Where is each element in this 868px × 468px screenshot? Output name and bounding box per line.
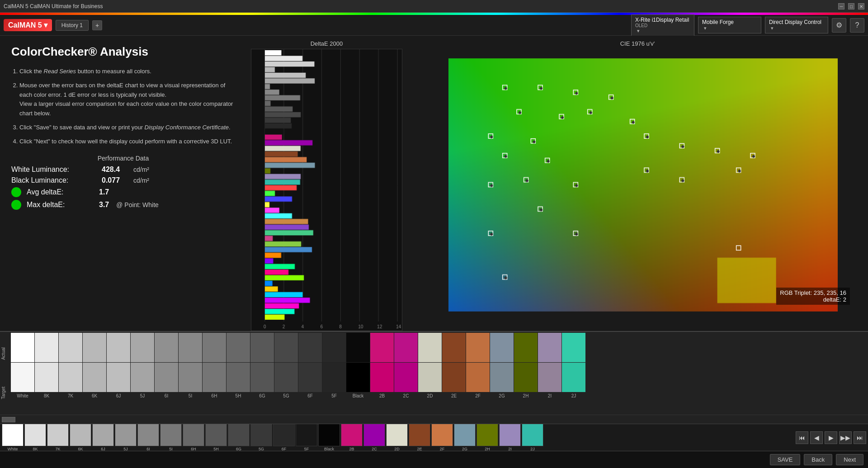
help-button[interactable]: ? [850,18,864,33]
play-start-button[interactable]: ◀ [810,431,823,444]
cie-tooltip: RGB Triplet: 235, 235, 16 deltaE: 2 [776,288,850,305]
swatch-target [250,363,274,392]
close-button[interactable]: ✕ [858,3,864,9]
swatch-name: 5H [236,393,241,398]
film-item[interactable]: 5J [115,424,137,451]
add-tab-button[interactable]: + [92,20,102,30]
xrite-device-dropdown[interactable]: X-Rite i1Display Retail OLED ▾ [631,14,694,36]
film-item[interactable]: 2I [499,424,521,451]
swatch-col: 7K [59,333,82,414]
swatch-target [394,363,418,392]
maximize-button[interactable]: □ [848,3,854,9]
tab-label: History 1 [61,22,83,28]
black-luminance-unit: cd/m² [133,177,149,184]
film-swatch [522,424,543,446]
film-label: White [7,447,18,451]
scroll-area [0,415,868,424]
film-item[interactable]: 5F [296,424,317,451]
film-item[interactable]: 5I [160,424,182,451]
swatch-actual [370,333,394,362]
film-item[interactable]: 2C [363,424,385,451]
swatch-actual [322,333,346,362]
deltae-chart-panel: DeltaE 2000 [246,36,407,331]
swatch-name: 2D [427,393,433,398]
cie-tooltip-rgb: RGB Triplet: 235, 235, 16 [780,289,846,296]
cie-chart-title: CIE 1976 u'v' [411,40,863,47]
film-label: 2I [508,447,512,451]
film-swatch [47,424,69,446]
swatch-name: 6F [307,393,313,398]
film-label: 2E [417,447,422,451]
swatch-col: 2B [370,333,394,414]
film-item[interactable]: 2H [476,424,498,451]
swatch-actual [35,333,58,362]
swatch-col: 2J [562,333,585,414]
play-prev-button[interactable]: ⏮ [796,431,808,444]
target-label: Target [1,387,9,399]
film-item[interactable]: 2F [431,424,453,451]
film-item[interactable]: 2B [341,424,363,451]
film-swatch [363,424,385,446]
swatch-name: 6G [259,393,265,398]
film-item[interactable]: 7K [47,424,69,451]
film-swatch [250,424,272,446]
minimize-button[interactable]: ─ [838,3,844,9]
film-item[interactable]: 2G [454,424,476,451]
swatch-name: 5I [189,393,192,398]
film-item[interactable]: 6K [70,424,91,451]
avg-delta-indicator [11,187,21,197]
film-item[interactable]: 6J [92,424,114,451]
swatch-name: 2B [379,393,385,398]
play-end-button[interactable]: ▶▶ [839,431,852,444]
mobile-forge-dropdown[interactable]: Mobile Forge ▾ [698,17,761,33]
swatch-col: 2G [490,333,514,414]
film-swatch [454,424,476,446]
film-item[interactable]: 5H [205,424,227,451]
main-content: ColorChecker® Analysis Click the Read Se… [0,36,868,468]
swatch-col: White [11,333,34,414]
swatch-name: 2F [475,393,481,398]
film-item[interactable]: 6F [273,424,295,451]
film-item[interactable]: White [2,424,24,451]
film-item[interactable]: 2E [409,424,430,451]
film-label: 6G [236,447,241,451]
swatches-area: Actual Target White8K7K6K6J5J6I5I6H5H6G5… [0,331,868,415]
calman-logo-button[interactable]: CalMAN 5 ▾ [4,19,52,31]
swatch-col: 5F [322,333,346,414]
next-button[interactable]: Next [836,454,863,465]
white-luminance-unit: cd/m² [133,166,149,173]
logo-arrow: ▾ [44,21,47,29]
film-swatch [183,424,204,446]
back-button[interactable]: Back [804,454,832,465]
play-button[interactable]: ▶ [825,431,837,444]
display-control-dropdown[interactable]: Direct Display Control ▾ [765,17,828,33]
film-item[interactable]: 5G [250,424,272,451]
swatch-actual [155,333,178,362]
history-tab[interactable]: History 1 [56,20,89,31]
film-item[interactable]: 6I [137,424,159,451]
instructions: Click the Read Series button to measure … [11,67,235,147]
swatch-name: 2I [548,393,552,398]
film-swatch [115,424,137,446]
swatch-actual [203,333,226,362]
swatch-target [298,363,322,392]
play-next-button[interactable]: ⏭ [854,431,866,444]
film-item[interactable]: 6G [228,424,250,451]
title-bar-title: CalMAN 5 CalMAN Ultimate for Business [4,3,103,9]
xrite-sub-label: OLED [635,23,647,28]
toolbar-right: X-Rite i1Display Retail OLED ▾ Mobile Fo… [631,14,864,36]
settings-button[interactable]: ⚙ [832,18,846,33]
film-item[interactable]: 2J [522,424,543,451]
film-item[interactable]: 2D [386,424,408,451]
film-item[interactable]: 8K [24,424,46,451]
film-label: 2G [462,447,467,451]
swatch-target [538,363,561,392]
swatch-name: 2J [571,393,576,398]
settings-icon: ⚙ [836,21,842,29]
swatch-name: 2E [451,393,457,398]
film-item[interactable]: 6H [183,424,204,451]
film-item[interactable]: Black [318,424,340,451]
film-label: 8K [33,447,38,451]
scroll-thumb[interactable] [2,417,15,422]
save-button[interactable]: SAVE [770,454,801,465]
